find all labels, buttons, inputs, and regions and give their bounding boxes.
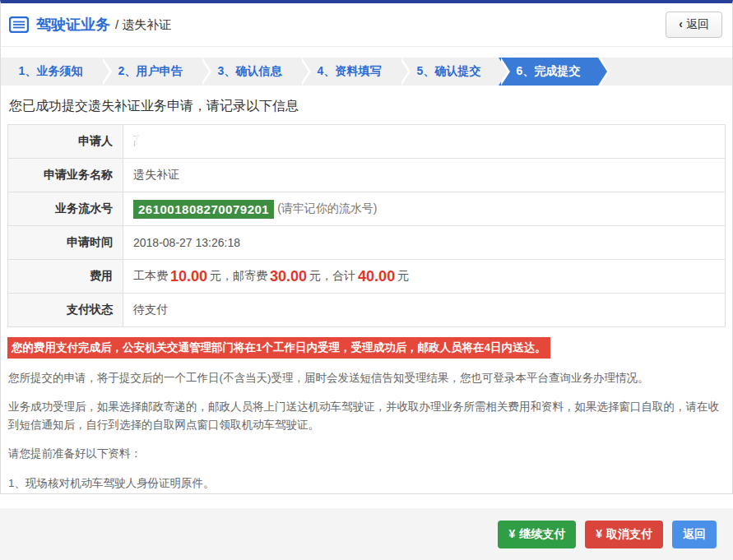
step-5-confirm-submit: 5、确认提交 — [399, 58, 499, 86]
fee-item-label: 合计 — [332, 269, 355, 284]
step-label: 1、业务须知 — [19, 64, 83, 79]
row-value: 2018-08-27 13:26:18 — [123, 226, 725, 259]
row-label: 支付状态 — [8, 294, 123, 326]
cancel-payment-button[interactable]: ¥取消支付 — [585, 521, 663, 548]
notice-paragraph-1: 您所提交的申请，将于提交后的一个工作日(不含当天)受理，届时会发送短信告知受理结… — [8, 369, 725, 387]
step-6-complete-submit: 6、完成提交 — [499, 58, 598, 86]
header: 驾驶证业务 / 遗失补证 ‹返回 — [1, 3, 732, 47]
table-row-apply-time: 申请时间 2018-08-27 13:26:18 — [8, 226, 725, 260]
step-1-business-notice: 1、业务须知 — [1, 58, 100, 86]
continue-payment-label: 继续支付 — [519, 527, 565, 540]
application-info-table: 申请人 高 申请业务名称 遗失补证 业务流水号 2610018082700792… — [7, 124, 726, 327]
footer-back-label: 返回 — [683, 527, 706, 540]
row-label: 业务流水号 — [8, 192, 123, 225]
breadcrumb: / 遗失补证 — [115, 17, 171, 33]
table-row-pay-status: 支付状态 待支付 — [8, 294, 725, 326]
notice-section: 您的费用支付完成后，公安机关交通管理部门将在1个工作日内受理，受理成功后，邮政人… — [7, 337, 726, 494]
step-progress-bar: 1、业务须知 2、用户申告 3、确认信息 4、资料填写 5、确认提交 6、完成提… — [1, 58, 732, 86]
footer-action-bar: ¥继续支付 ¥取消支付 返回 — [0, 508, 733, 560]
step-label: 4、资料填写 — [318, 64, 382, 79]
table-row-applicant: 申请人 高 — [8, 125, 725, 159]
step-3-confirm-info: 3、确认信息 — [200, 58, 299, 86]
serial-number-badge: 261001808270079201 — [133, 200, 274, 219]
step-label: 3、确认信息 — [218, 64, 282, 79]
fee-amount: 40.00 — [355, 268, 397, 285]
footer-back-button[interactable]: 返回 — [672, 521, 717, 548]
chevron-left-icon: ‹ — [679, 17, 683, 30]
row-label: 申请时间 — [8, 226, 123, 259]
cancel-payment-label: 取消支付 — [606, 527, 652, 540]
row-label: 费用 — [8, 260, 123, 293]
table-row-business-name: 申请业务名称 遗失补证 — [8, 159, 725, 192]
page-title: 驾驶证业务 — [36, 15, 110, 35]
notice-paragraph-3: 请您提前准备好以下资料： — [8, 445, 725, 463]
redacted-area — [137, 134, 177, 149]
success-message: 您已成功提交遗失补证业务申请，请记录以下信息 — [9, 98, 724, 115]
fee-item-label: 邮寄费 — [233, 269, 267, 284]
fee-amount: 10.00 — [168, 268, 210, 285]
yen-icon: ¥ — [596, 527, 602, 540]
fee-item-label: 工本费 — [133, 269, 168, 284]
fee-unit: 元， — [309, 269, 332, 284]
yen-icon: ¥ — [508, 527, 515, 540]
row-value: 261001808270079201 (请牢记你的流水号) — [123, 192, 725, 225]
row-value: 遗失补证 — [123, 159, 725, 192]
step-label: 2、用户申告 — [118, 64, 183, 79]
row-label: 申请人 — [8, 125, 123, 158]
payment-alert-banner: 您的费用支付完成后，公安机关交通管理部门将在1个工作日内受理，受理成功后，邮政人… — [7, 337, 550, 359]
notice-paragraph-2: 业务成功受理后，如果选择邮政寄递的，邮政人员将上门送达机动车驾驶证，并收取办理业… — [8, 398, 725, 435]
table-row-fee: 费用 工本费 10.00元， 邮寄费 30.00元， 合计 40.00元 — [8, 260, 725, 294]
step-4-fill-materials: 4、资料填写 — [299, 58, 399, 86]
row-label: 申请业务名称 — [8, 159, 123, 192]
header-back-button[interactable]: ‹返回 — [666, 12, 722, 38]
table-row-serial-number: 业务流水号 261001808270079201 (请牢记你的流水号) — [8, 192, 725, 226]
row-value: 工本费 10.00元， 邮寄费 30.00元， 合计 40.00元 — [123, 260, 725, 293]
payment-status-value: 待支付 — [123, 294, 725, 326]
fee-unit: 元， — [210, 269, 233, 284]
header-back-label: 返回 — [686, 17, 709, 30]
step-label: 5、确认提交 — [417, 64, 481, 79]
step-2-user-declaration: 2、用户申告 — [100, 58, 200, 86]
page: 驾驶证业务 / 遗失补证 ‹返回 1、业务须知 2、用户申告 3、确认信息 4、… — [0, 0, 733, 560]
fee-unit: 元 — [397, 269, 409, 284]
continue-payment-button[interactable]: ¥继续支付 — [498, 521, 576, 548]
notice-paragraph-4: 1、现场核对机动车驾驶人身份证明原件。 — [8, 474, 725, 493]
license-list-icon — [9, 16, 29, 33]
row-value: 高 — [123, 125, 725, 158]
serial-number-note: (请牢记你的流水号) — [277, 201, 377, 216]
fee-amount: 30.00 — [267, 268, 309, 285]
main-panel: 驾驶证业务 / 遗失补证 ‹返回 1、业务须知 2、用户申告 3、确认信息 4、… — [0, 0, 733, 494]
step-label: 6、完成提交 — [517, 64, 581, 79]
